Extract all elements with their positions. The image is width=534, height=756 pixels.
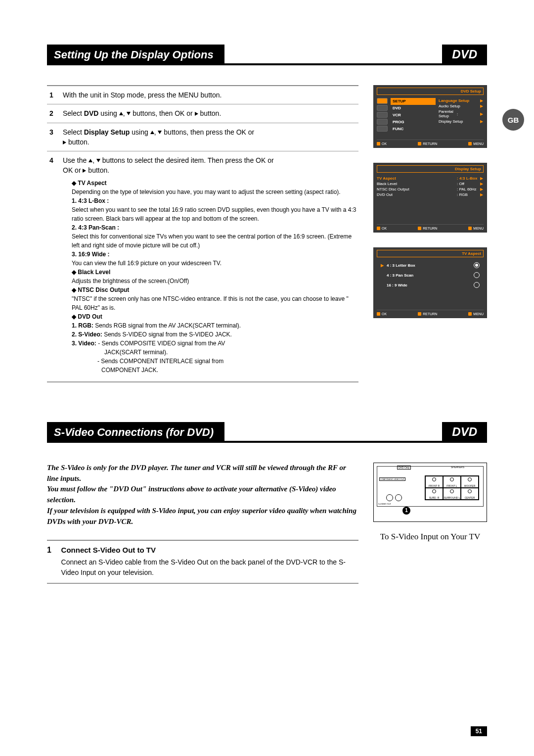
radio-icon bbox=[474, 282, 480, 288]
osd-column: DVD Setup SETUP DVD VCR PROG FUNC bbox=[373, 85, 487, 422]
diagram-caption: To S-Video Input on Your TV bbox=[373, 532, 487, 542]
speakers-box: FRONT R FRONT L WOOFER SURD. R SURROUND … bbox=[425, 475, 479, 500]
section-dvd-badge: DVD bbox=[442, 422, 487, 443]
svideo-step-title: Connect S-Video Out to TV bbox=[61, 546, 358, 554]
callout-1-icon: 1 bbox=[402, 507, 410, 515]
gb-badge: GB bbox=[502, 109, 524, 131]
osd-tv-aspect: TV Aspect ▶4 : 3 Letter Box 4 : 3 Pan Sc… bbox=[373, 247, 487, 318]
osd-display-setup: Display Setup TV Aspect: 4:3 L-Box▶ Blac… bbox=[373, 163, 487, 233]
section-title: Setting Up the Display Options bbox=[47, 45, 224, 65]
osd-tab-icon bbox=[377, 119, 388, 125]
jack-icon bbox=[386, 494, 393, 501]
section-header-display-options: Setting Up the Display Options DVD bbox=[47, 45, 487, 65]
svideo-step-1: 1 Connect S-Video Out to TV Connect an S… bbox=[47, 540, 358, 584]
osd-tab-icon bbox=[377, 98, 388, 104]
steps-column: 1 With the unit in Stop mode, press the … bbox=[47, 85, 358, 422]
osd-tab-icon bbox=[377, 105, 388, 111]
step-4: 4 Use the , buttons to select the desire… bbox=[47, 151, 358, 378]
rear-panel-diagram: DVD Only COMPONENT VIDEO OUT S-VIDEO OUT… bbox=[373, 463, 487, 522]
up-icon bbox=[119, 109, 123, 117]
step-3: 3 Select Display Setup using , buttons, … bbox=[47, 123, 358, 151]
section-dvd-badge: DVD bbox=[442, 45, 487, 65]
page-number: 51 bbox=[471, 726, 487, 736]
step-2: 2 Select DVD using , buttons, then OK or… bbox=[47, 104, 358, 122]
up-icon bbox=[89, 156, 92, 164]
black-level-block: ◆ Black Level Adjusts the brightness of … bbox=[72, 268, 358, 285]
radio-icon bbox=[474, 262, 480, 268]
svideo-intro: The S-Video is only for the DVD player. … bbox=[47, 463, 358, 527]
osd-tab-icon bbox=[377, 112, 388, 118]
divider bbox=[47, 381, 358, 382]
jack-icon bbox=[395, 494, 402, 501]
down-icon bbox=[96, 156, 100, 164]
up-icon bbox=[150, 128, 154, 136]
step-1: 1 With the unit in Stop mode, press the … bbox=[47, 85, 358, 104]
right-icon bbox=[63, 138, 66, 146]
section-title: S-Video Connections (for DVD) bbox=[47, 422, 224, 443]
tv-aspect-block: ◆ TV Aspect Depending on the type of tel… bbox=[72, 179, 358, 268]
radio-icon bbox=[474, 272, 480, 278]
section-header-svideo: S-Video Connections (for DVD) DVD bbox=[47, 422, 487, 443]
right-icon bbox=[195, 109, 198, 117]
osd-dvd-setup: DVD Setup SETUP DVD VCR PROG FUNC bbox=[373, 85, 487, 148]
dvd-out-block: ◆ DVD Out 1. RGB: Sends RGB signal from … bbox=[72, 312, 358, 375]
osd-tab-icon bbox=[377, 126, 388, 132]
ntsc-block: ◆ NTSC Disc Output "NTSC" if the screen … bbox=[72, 285, 358, 312]
